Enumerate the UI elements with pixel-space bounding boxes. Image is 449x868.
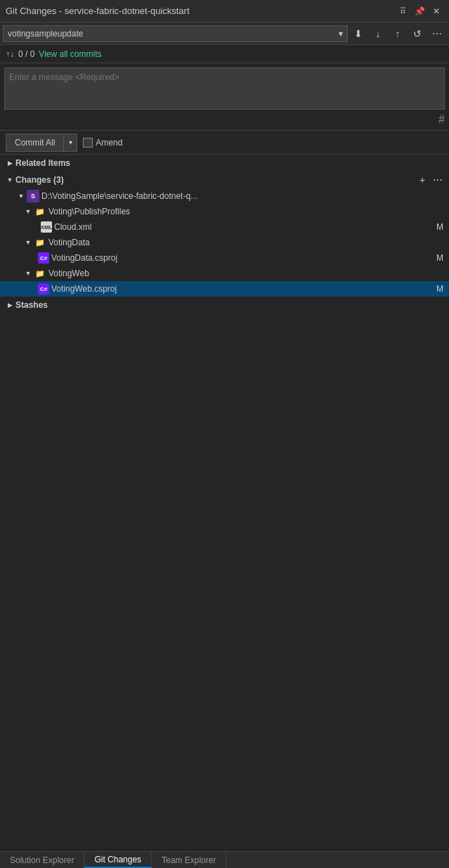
tree-content: ▶ Related Items ▼ Changes (3) + ⋯ ▼ S D:…: [0, 155, 449, 851]
voting-web-csproj-status: M: [436, 284, 443, 294]
branch-dropdown-arrow: ▾: [339, 29, 343, 39]
voting-publish-profiles-item[interactable]: ▼ 📁 Voting\PublishProfiles: [0, 204, 449, 219]
voting-data-expand-icon: ▼: [22, 237, 34, 248]
related-items-section[interactable]: ▶ Related Items: [0, 155, 449, 171]
voting-web-folder-item[interactable]: ▼ 📁 VotingWeb: [0, 266, 449, 281]
voting-data-label: VotingData: [46, 238, 443, 247]
changes-label: Changes (3): [15, 175, 415, 185]
voting-web-folder-icon: 📁: [34, 267, 46, 280]
solution-explorer-tab[interactable]: Solution Explorer: [0, 852, 84, 868]
changes-add-button[interactable]: +: [415, 173, 429, 187]
voting-data-csproj-icon: C#: [38, 252, 49, 264]
commit-all-group: Commit All ▾: [6, 134, 77, 152]
related-items-label: Related Items: [15, 158, 445, 168]
voting-data-csproj-item[interactable]: C# VotingData.csproj M: [0, 250, 449, 266]
changes-actions: + ⋯: [415, 173, 445, 187]
bottom-tabs: Solution Explorer Git Changes Team Explo…: [0, 851, 449, 868]
sync-counts: 0 / 0: [18, 49, 34, 59]
voting-web-label: VotingWeb: [46, 268, 443, 278]
stashes-expand-icon: ▶: [4, 299, 15, 311]
voting-web-csproj-item[interactable]: C# VotingWeb.csproj M: [0, 281, 449, 297]
message-area: #: [0, 63, 449, 131]
voting-web-csproj-icon: C#: [38, 283, 49, 294]
publish-profiles-expand-icon: ▼: [22, 206, 34, 217]
changes-section[interactable]: ▼ Changes (3) + ⋯: [0, 171, 449, 188]
changes-expand-icon: ▼: [4, 174, 15, 186]
stashes-section[interactable]: ▶ Stashes: [0, 297, 449, 313]
sync-row: ↑↓ 0 / 0 View all commits: [0, 45, 449, 63]
voting-data-csproj-label: VotingData.csproj: [49, 253, 434, 263]
cloud-xml-icon: XML: [41, 221, 52, 233]
cloud-xml-item[interactable]: XML Cloud.xml M: [0, 219, 449, 235]
commit-message-input[interactable]: [4, 67, 445, 110]
dotted-drag-handle[interactable]: ⠿: [396, 4, 410, 18]
sync-arrows: ↑↓: [6, 49, 14, 59]
commit-bar: Commit All ▾ Amend: [0, 131, 449, 155]
related-items-expand-icon: ▶: [4, 157, 15, 169]
commit-all-dropdown-arrow[interactable]: ▾: [63, 134, 77, 152]
sync-button[interactable]: ↺: [408, 25, 427, 43]
publish-profiles-label: Voting\PublishProfiles: [46, 207, 443, 216]
amend-label: Amend: [96, 138, 122, 148]
voting-web-csproj-label: VotingWeb.csproj: [49, 284, 434, 294]
amend-checkbox[interactable]: [83, 138, 93, 148]
git-changes-tab[interactable]: Git Changes: [84, 852, 152, 868]
voting-data-folder-icon: 📁: [34, 236, 46, 249]
root-item-label: D:\VotingSample\service-fabric-dotnet-q.…: [39, 191, 443, 201]
stashes-label: Stashes: [15, 300, 445, 310]
push-button[interactable]: ↑: [389, 25, 407, 43]
pin-icon[interactable]: 📌: [412, 4, 427, 18]
title-bar-icons: ⠿ 📌 ✕: [396, 4, 443, 18]
tree-root-item[interactable]: ▼ S D:\VotingSample\service-fabric-dotne…: [0, 188, 449, 204]
branch-toolbar: votingsampleupdate ▾ ⬇ ↓ ↑ ↺ ⋯: [0, 22, 449, 45]
changes-more-button[interactable]: ⋯: [431, 173, 445, 187]
fetch-button[interactable]: ⬇: [349, 25, 367, 43]
hash-icon[interactable]: #: [438, 113, 445, 126]
voting-data-csproj-status: M: [436, 253, 443, 263]
voting-data-folder-item[interactable]: ▼ 📁 VotingData: [0, 235, 449, 250]
solution-icon: S: [27, 190, 39, 202]
cloud-xml-label: Cloud.xml: [52, 222, 434, 232]
branch-select[interactable]: votingsampleupdate ▾: [3, 25, 348, 42]
close-icon[interactable]: ✕: [429, 4, 443, 18]
pull-button[interactable]: ↓: [369, 25, 387, 43]
title-bar-text: Git Changes - service-fabric-dotnet-quic…: [6, 6, 396, 16]
view-all-commits-link[interactable]: View all commits: [39, 49, 101, 59]
voting-web-expand-icon: ▼: [22, 268, 34, 279]
team-explorer-tab[interactable]: Team Explorer: [152, 852, 226, 868]
publish-profiles-folder-icon: 📁: [34, 205, 46, 218]
commit-all-button[interactable]: Commit All: [6, 134, 63, 152]
title-bar: Git Changes - service-fabric-dotnet-quic…: [0, 0, 449, 22]
cloud-xml-status: M: [436, 222, 443, 232]
amend-group: Amend: [83, 138, 122, 148]
more-actions-button[interactable]: ⋯: [428, 25, 446, 43]
root-expand-icon: ▼: [15, 190, 27, 202]
